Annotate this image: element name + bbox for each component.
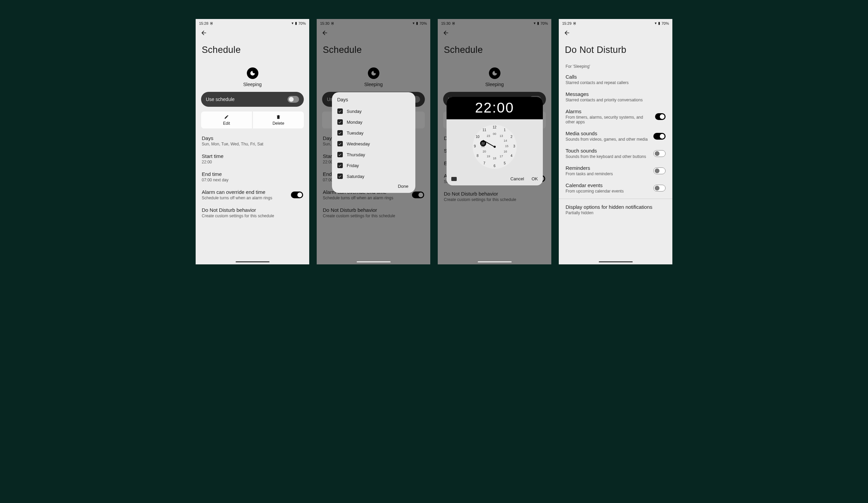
reminders-switch[interactable]	[653, 167, 665, 174]
nav-bar	[357, 261, 391, 262]
keyboard-icon[interactable]	[451, 177, 457, 181]
nav-bar	[236, 261, 270, 262]
trash-icon	[276, 115, 281, 120]
wifi-icon: ▾	[655, 21, 657, 25]
page-title: Schedule	[196, 37, 309, 59]
delete-label: Delete	[272, 121, 285, 126]
back-icon[interactable]	[200, 30, 207, 36]
calendar-item[interactable]: Calendar eventsFrom upcoming calendar ev…	[559, 179, 672, 197]
media-switch[interactable]	[653, 133, 665, 140]
day-option-monday[interactable]: Monday	[337, 117, 410, 127]
screen-dnd: 15:29⛨ ▾▮70% Do Not Disturb For 'Sleepin…	[559, 19, 672, 264]
day-option-thursday[interactable]: Thursday	[337, 149, 410, 160]
display-options-item[interactable]: Display options for hidden notifications…	[559, 201, 672, 218]
day-option-wednesday[interactable]: Wednesday	[337, 138, 410, 149]
use-schedule-label: Use schedule	[206, 97, 235, 102]
end-time-item[interactable]: End time 07:00 next day	[196, 168, 309, 186]
days-dialog: Days Sunday Monday Tuesday Wednesday Thu…	[332, 92, 415, 193]
edit-button[interactable]: Edit	[201, 112, 252, 128]
battery-text: 70%	[298, 21, 306, 25]
media-item[interactable]: Media soundsSounds from videos, games, a…	[559, 127, 672, 145]
cancel-button[interactable]: Cancel	[510, 176, 524, 181]
delete-button[interactable]: Delete	[253, 112, 304, 128]
status-bar: 15:28⛨ ▾▮70%	[196, 19, 309, 27]
screen-days-dialog: 15:30⛨ ▾▮70% Schedule Sleeping Use sched…	[317, 19, 430, 264]
use-schedule-switch[interactable]	[288, 96, 299, 103]
clock-face[interactable]: 22 12 1 2 3 4 5 6 7 8 9 10 11 00 13 14 1…	[473, 125, 517, 169]
status-time: 15:28	[199, 21, 208, 25]
day-option-sunday[interactable]: Sunday	[337, 106, 410, 117]
shield-icon: ⛨	[573, 21, 577, 25]
use-schedule-toggle[interactable]: Use schedule	[201, 92, 304, 107]
ok-button[interactable]: OK	[532, 176, 538, 181]
dnd-behavior-item[interactable]: Do Not Disturb behavior Create custom se…	[196, 204, 309, 222]
calls-item[interactable]: CallsStarred contacts and repeat callers	[559, 71, 672, 88]
time-display[interactable]: 22:00	[446, 97, 543, 119]
done-button[interactable]: Done	[337, 182, 410, 189]
back-icon[interactable]	[564, 30, 570, 36]
nav-bar	[599, 261, 633, 262]
touch-switch[interactable]	[653, 150, 665, 157]
check-icon	[337, 108, 343, 114]
wifi-icon: ▾	[292, 21, 293, 25]
alarms-switch[interactable]	[655, 113, 665, 120]
day-option-friday[interactable]: Friday	[337, 160, 410, 171]
section-header: For 'Sleeping'	[559, 59, 672, 71]
edit-label: Edit	[223, 121, 230, 126]
battery-icon: ▮	[658, 21, 660, 25]
calendar-switch[interactable]	[653, 185, 665, 191]
nav-bar	[478, 261, 512, 262]
days-title: Days	[202, 135, 303, 141]
screen-time-picker: 15:30⛨ ▾▮70% Schedule Sleeping Use sched…	[438, 19, 551, 264]
screen-schedule: 15:28⛨ ▾▮70% Schedule Sleeping Use sched…	[196, 19, 309, 264]
shield-icon: ⛨	[210, 21, 214, 25]
time-picker-dialog: 22:00 22 12 1 2 3 4 5 6 7 8 9 10 11 00	[446, 97, 543, 186]
pencil-icon	[224, 115, 229, 120]
status-bar: 15:29⛨ ▾▮70%	[559, 19, 672, 27]
battery-icon: ▮	[295, 21, 297, 25]
moon-icon	[247, 67, 258, 79]
touch-item[interactable]: Touch soundsSounds from the keyboard and…	[559, 145, 672, 162]
page-title: Do Not Disturb	[559, 37, 672, 59]
day-option-tuesday[interactable]: Tuesday	[337, 127, 410, 138]
alarm-override-item[interactable]: Alarm can override end time Schedule tur…	[196, 186, 309, 204]
days-item[interactable]: Days Sun, Mon, Tue, Wed, Thu, Fri, Sat	[196, 132, 309, 150]
day-option-saturday[interactable]: Saturday	[337, 171, 410, 182]
dialog-title: Days	[337, 97, 410, 102]
schedule-name: Sleeping	[243, 82, 262, 87]
days-value: Sun, Mon, Tue, Wed, Thu, Fri, Sat	[202, 142, 303, 146]
alarm-override-switch[interactable]	[291, 191, 303, 198]
messages-item[interactable]: MessagesStarred contacts and priority co…	[559, 88, 672, 105]
alarms-item[interactable]: AlarmsFrom timers, alarms, security syst…	[559, 105, 672, 127]
reminders-item[interactable]: RemindersFrom tasks and reminders	[559, 162, 672, 179]
divider	[559, 199, 672, 199]
start-time-item[interactable]: Start time 22:00	[196, 150, 309, 168]
